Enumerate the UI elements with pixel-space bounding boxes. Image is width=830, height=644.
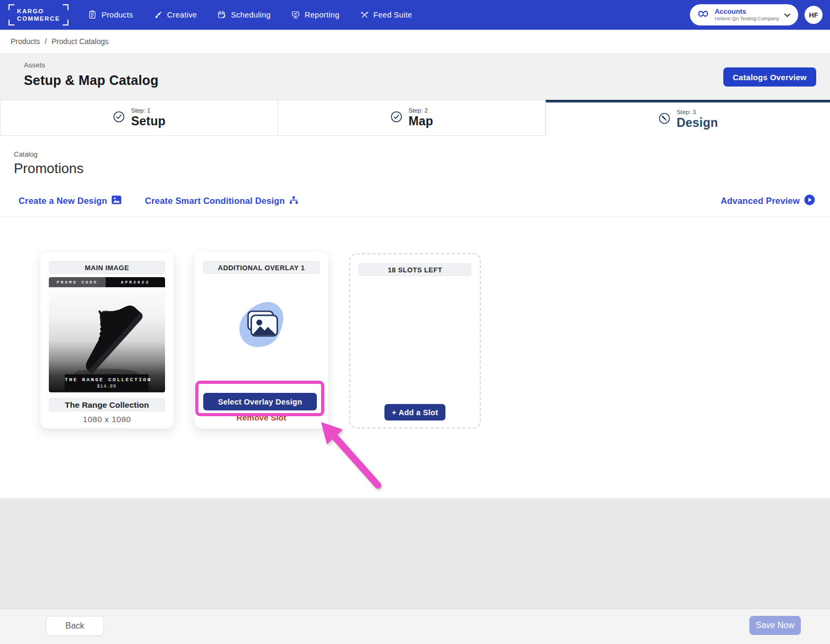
catalogs-overview-button[interactable]: Catalogs Overview [723, 67, 816, 87]
image-text-overlay: THE RANGE COLLECTION $14.99 [65, 374, 149, 391]
nav-item-feed-suite[interactable]: Feed Suite [360, 10, 412, 20]
topnav-right: Accounts Helens QA Testing Company HF [690, 4, 823, 25]
step-text: Step: 2 Map [409, 107, 434, 128]
slot-chip: MAIN IMAGE [49, 261, 165, 274]
presentation-icon [291, 10, 300, 20]
step-number: Step: 2 [409, 107, 434, 114]
meta-logo-icon [696, 8, 710, 22]
nav-item-label: Feed Suite [374, 11, 412, 19]
step-text: Step: 3 Design [677, 109, 718, 130]
promo-code-bar: PROMO CODE APR2022 [49, 277, 165, 287]
step-number: Step: 3 [677, 109, 718, 116]
calendar-pencil-icon [217, 10, 227, 20]
nav-item-label: Creative [167, 11, 197, 19]
accounts-dropdown[interactable]: Accounts Helens QA Testing Company [690, 4, 798, 25]
nav-item-creative[interactable]: Creative [153, 10, 197, 20]
slots-left-chip: 18 SLOTS LEFT [359, 263, 471, 276]
annotation-arrow [316, 417, 390, 497]
kargo-commerce-logo[interactable]: KARGO COMMERCE [8, 4, 68, 26]
create-new-design-link[interactable]: Create a New Design [19, 195, 122, 207]
user-avatar[interactable]: HF [805, 6, 823, 24]
tab-step-2-map[interactable]: Step: 2 Map [278, 100, 546, 136]
accounts-text: Accounts Helens QA Testing Company [715, 8, 779, 22]
page-title: Setup & Map Catalog [24, 73, 830, 88]
pencil-circle-icon [658, 112, 671, 127]
primary-nav: Products Creative Scheduling [88, 10, 412, 20]
play-circle-icon [804, 194, 815, 208]
promo-code: APR2022 [106, 277, 165, 287]
accounts-title: Accounts [715, 8, 779, 16]
main-image-slot-card: MAIN IMAGE PROMO CODE APR2022 TH [40, 252, 174, 428]
nav-item-label: Scheduling [231, 11, 271, 19]
footer-action-bar: Back Save Now [0, 608, 830, 644]
accounts-company: Helens QA Testing Company [715, 16, 779, 22]
catalog-eyebrow: Catalog [14, 150, 38, 158]
step-name: Map [409, 114, 434, 128]
add-a-slot-button[interactable]: + Add a Slot [384, 404, 445, 420]
breadcrumb: Products / Product Catalogs [0, 30, 830, 53]
create-smart-conditional-design-link[interactable]: Create Smart Conditional Design [145, 196, 298, 207]
design-name-chip: The Range Collection [49, 398, 165, 411]
image-placeholder-icon [232, 299, 290, 354]
create-smart-design-label: Create Smart Conditional Design [145, 196, 285, 206]
step-text: Step: 1 Setup [131, 107, 166, 128]
header-eyebrow: Assets [24, 61, 830, 69]
sitemap-icon [289, 196, 298, 207]
section-divider [0, 217, 830, 217]
step-name: Setup [131, 114, 166, 128]
image-icon [111, 195, 122, 207]
catalog-title: Promotions [14, 160, 84, 177]
create-new-design-label: Create a New Design [19, 196, 107, 206]
nav-item-label: Products [101, 11, 133, 19]
promo-label: PROMO CODE [49, 277, 106, 287]
advanced-preview-link[interactable]: Advanced Preview [721, 194, 815, 208]
chevron-down-icon [784, 10, 791, 20]
back-button[interactable]: Back [46, 616, 104, 636]
breadcrumb-separator: / [45, 37, 47, 46]
tab-step-3-design[interactable]: Step: 3 Design [546, 100, 830, 136]
empty-slot-card: 18 SLOTS LEFT + Add a Slot [349, 253, 481, 428]
design-step-content: Catalog Promotions Create a New Design C… [0, 136, 830, 498]
remove-slot-link[interactable]: Remove Slot [195, 413, 328, 423]
step-tabs: Step: 1 Setup Step: 2 Map Step: 3 Design [0, 100, 830, 136]
step-number: Step: 1 [131, 107, 166, 114]
save-now-button[interactable]: Save Now [749, 616, 801, 635]
advanced-preview-label: Advanced Preview [721, 196, 800, 206]
nav-item-products[interactable]: Products [88, 10, 133, 20]
logo-text-line2: COMMERCE [17, 15, 60, 22]
page-header: Assets Setup & Map Catalog Catalogs Over… [0, 53, 830, 100]
logo-corner [8, 4, 14, 10]
crossed-tools-icon [360, 10, 369, 20]
check-circle-icon [113, 110, 125, 125]
logo-corner [63, 20, 68, 25]
step-name: Design [677, 116, 718, 130]
logo-corner [8, 20, 14, 25]
top-nav: KARGO COMMERCE Products Creative [0, 0, 830, 30]
nav-item-scheduling[interactable]: Scheduling [217, 10, 271, 20]
clipboard-icon [88, 10, 97, 20]
logo-corner [63, 4, 68, 10]
overlay-title: THE RANGE COLLECTION [65, 377, 149, 383]
nav-item-reporting[interactable]: Reporting [291, 10, 340, 20]
paintbrush-icon [153, 10, 163, 20]
additional-overlay-slot-card: ADDITIONAL OVERLAY 1 Select Overlay Desi… [195, 252, 328, 428]
product-preview-image: PROMO CODE APR2022 THE RANGE COLLECTION … [49, 277, 165, 392]
breadcrumb-product-catalogs: Product Catalogs [51, 37, 108, 46]
overlay-price: $14.99 [65, 384, 149, 389]
check-circle-icon [390, 110, 403, 125]
tab-step-1-setup[interactable]: Step: 1 Setup [0, 100, 278, 136]
slot-chip: ADDITIONAL OVERLAY 1 [203, 261, 319, 274]
breadcrumb-products[interactable]: Products [11, 37, 40, 46]
page-background [0, 498, 830, 608]
actions-row: Create a New Design Create Smart Conditi… [19, 194, 815, 208]
nav-item-label: Reporting [305, 11, 340, 19]
select-overlay-design-button[interactable]: Select Overlay Design [203, 393, 317, 410]
image-dimensions: 1080 x 1080 [40, 415, 174, 424]
logo-text-line1: KARGO [17, 7, 60, 15]
